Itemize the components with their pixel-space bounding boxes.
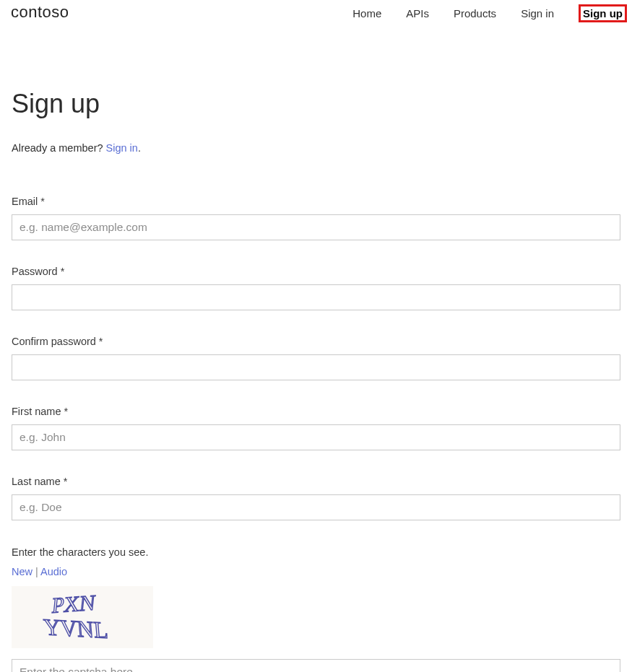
captcha-input[interactable] <box>12 659 620 672</box>
last-name-field[interactable] <box>12 494 620 520</box>
captcha-text-line1: PXN <box>51 590 97 618</box>
email-label: Email * <box>12 196 620 207</box>
captcha-label: Enter the characters you see. <box>12 546 620 558</box>
nav-products[interactable]: Products <box>454 7 496 22</box>
confirm-password-field[interactable] <box>12 354 620 380</box>
captcha-audio-link[interactable]: Audio <box>40 566 67 577</box>
first-name-label: First name * <box>12 406 620 417</box>
member-line: Already a member? Sign in. <box>12 142 620 154</box>
logo[interactable]: contoso <box>11 3 69 22</box>
captcha-image: PXN YVNL <box>12 586 153 648</box>
email-field[interactable] <box>12 214 620 240</box>
page-title: Sign up <box>12 89 620 119</box>
nav-sign-in[interactable]: Sign in <box>521 7 554 22</box>
first-name-field[interactable] <box>12 424 620 450</box>
member-text: Already a member? <box>12 142 106 154</box>
main-nav: Home APIs Products Sign in Sign up <box>352 3 626 22</box>
nav-home[interactable]: Home <box>352 7 381 22</box>
confirm-password-label: Confirm password * <box>12 336 620 347</box>
captcha-new-link[interactable]: New <box>12 566 33 577</box>
password-label: Password * <box>12 266 620 277</box>
member-suffix: . <box>138 142 141 154</box>
last-name-label: Last name * <box>12 476 620 487</box>
sign-in-link[interactable]: Sign in <box>106 142 138 154</box>
nav-sign-up[interactable]: Sign up <box>579 4 627 22</box>
captcha-links: New | Audio <box>12 566 620 577</box>
password-field[interactable] <box>12 284 620 310</box>
nav-apis[interactable]: APIs <box>406 7 429 22</box>
captcha-text-line2: YVNL <box>43 614 109 643</box>
captcha-sep: | <box>33 566 40 577</box>
